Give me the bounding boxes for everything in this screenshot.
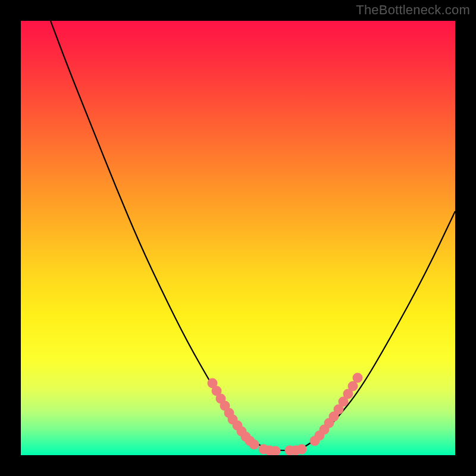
data-dots [208,373,363,456]
chart-stage: TheBottleneck.com [0,0,476,476]
data-dot [297,444,307,455]
bottleneck-curve [51,21,455,450]
data-dot [249,440,259,450]
curve-overlay [21,21,455,455]
plot-area [21,21,455,455]
watermark-text: TheBottleneck.com [356,2,470,18]
data-dot [353,373,363,383]
